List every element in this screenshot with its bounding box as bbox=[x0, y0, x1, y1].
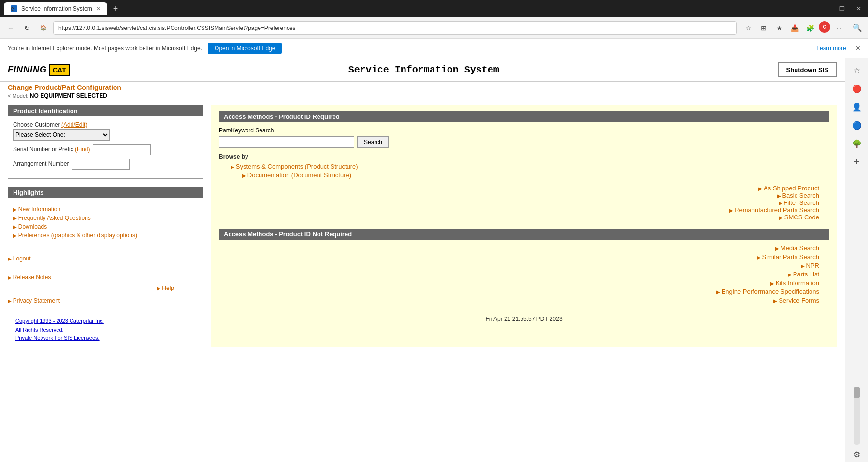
open-in-edge-btn[interactable]: Open in Microsoft Edge bbox=[208, 43, 282, 54]
logout-area: Logout bbox=[8, 253, 203, 266]
serial-input[interactable] bbox=[93, 144, 151, 155]
es-tree-icon[interactable]: 🌳 bbox=[849, 136, 865, 151]
browser-tab[interactable]: e Service Information System ✕ bbox=[4, 2, 107, 15]
restore-btn[interactable]: ❐ bbox=[837, 5, 848, 12]
home-btn[interactable]: 🏠 bbox=[37, 21, 50, 35]
product-id-section: Product Identification Choose Customer (… bbox=[8, 105, 203, 179]
breadcrumb-back: < Model: bbox=[8, 93, 29, 99]
learn-more-link[interactable]: Learn more bbox=[816, 45, 846, 52]
product-id-content: Choose Customer (Add/Edit) Please Select… bbox=[8, 116, 203, 178]
highlights-content: New Information Frequently Asked Questio… bbox=[8, 202, 203, 245]
basic-search-link[interactable]: Basic Search bbox=[777, 192, 819, 199]
bookmark-icon[interactable]: ★ bbox=[772, 21, 786, 35]
edge-bar-close-btn[interactable]: × bbox=[856, 44, 860, 53]
add-edit-link[interactable]: (Add/Edit) bbox=[61, 121, 87, 128]
es-favorites-icon[interactable]: ☆ bbox=[849, 62, 865, 78]
search-btn[interactable]: Search bbox=[357, 136, 389, 148]
breadcrumb-bar: Change Product/Part Configuration < Mode… bbox=[0, 82, 845, 100]
title-bar: e Service Information System ✕ + — ❐ ✕ bbox=[0, 0, 868, 17]
shutdown-btn[interactable]: Shutdown SIS bbox=[778, 62, 837, 77]
find-link[interactable]: (Find) bbox=[75, 146, 90, 153]
tab-title: Service Information System bbox=[21, 5, 92, 12]
similar-parts-link[interactable]: Similar Parts Search bbox=[219, 253, 819, 260]
help-row: Help bbox=[8, 285, 203, 293]
smcs-area: SMCS Code bbox=[219, 214, 829, 221]
es-apps-icon[interactable]: 🔵 bbox=[849, 117, 865, 133]
npr-link[interactable]: NPR bbox=[219, 262, 819, 269]
help-link[interactable]: Help bbox=[157, 285, 174, 291]
release-notes-link[interactable]: Release Notes bbox=[8, 274, 203, 281]
search-area: Part/Keyword Search Search bbox=[219, 127, 829, 148]
right-column: Access Methods - Product ID Required Par… bbox=[211, 105, 837, 347]
copyright-link[interactable]: Copyright 1993 - 2023 Caterpillar Inc. bbox=[15, 317, 195, 326]
browse-docs-link[interactable]: Documentation (Document Structure) bbox=[242, 172, 829, 179]
highlights-item-3[interactable]: Preferences (graphics & other display op… bbox=[13, 232, 198, 239]
choose-customer-label: Choose Customer (Add/Edit) bbox=[13, 121, 198, 128]
filter-search-link[interactable]: Filter Search bbox=[779, 199, 819, 206]
search-input[interactable] bbox=[219, 136, 354, 148]
search-label: Part/Keyword Search bbox=[219, 127, 829, 134]
as-shipped-link[interactable]: As Shipped Product bbox=[758, 185, 819, 192]
service-forms-link[interactable]: Service Forms bbox=[219, 297, 819, 304]
privacy-link[interactable]: Privacy Statement bbox=[8, 297, 203, 304]
access-not-required-header: Access Methods - Product ID Not Required bbox=[219, 229, 829, 240]
highlights-item-2[interactable]: Downloads bbox=[13, 223, 198, 230]
smcs-link[interactable]: SMCS Code bbox=[779, 214, 819, 221]
tab-close-btn[interactable]: ✕ bbox=[96, 6, 101, 12]
back-btn[interactable]: ← bbox=[4, 21, 17, 35]
arrangement-input[interactable] bbox=[72, 159, 130, 170]
access-required-header: Access Methods - Product ID Required bbox=[219, 111, 829, 122]
filter-search-area: Filter Search bbox=[219, 199, 829, 206]
remanu-area: Remanufactured Parts Search bbox=[219, 206, 829, 214]
customer-select[interactable]: Please Select One: bbox=[13, 129, 110, 141]
es-bottom-icons: ⚙ bbox=[849, 387, 865, 462]
highlights-item-0[interactable]: New Information bbox=[13, 206, 198, 213]
breadcrumb-title: Change Product/Part Configuration bbox=[8, 84, 837, 91]
divider-1 bbox=[8, 270, 201, 270]
edge-mode-text: You're in Internet Explorer mode. Most p… bbox=[8, 45, 202, 52]
collections-icon[interactable]: 📥 bbox=[788, 21, 801, 35]
browse-label: Browse by bbox=[219, 153, 829, 160]
es-add-icon[interactable]: + bbox=[849, 154, 865, 170]
arrangement-row: Arrangement Number bbox=[13, 159, 198, 170]
choose-customer-row: Choose Customer (Add/Edit) Please Select… bbox=[13, 121, 198, 141]
minimize-btn[interactable]: — bbox=[819, 5, 831, 12]
footer-timestamp: Fri Apr 21 21:55:57 PDT 2023 bbox=[219, 316, 829, 322]
profile-icon[interactable]: C bbox=[819, 21, 830, 33]
new-tab-btn[interactable]: + bbox=[113, 4, 118, 14]
media-search-link[interactable]: Media Search bbox=[219, 245, 819, 252]
search-row: Search bbox=[219, 136, 829, 148]
close-btn[interactable]: ✕ bbox=[854, 5, 864, 12]
arrangement-label: Arrangement Number bbox=[13, 160, 69, 167]
serial-label: Serial Number or Prefix (Find) bbox=[13, 146, 90, 153]
edge-sidebar: ☆ 🔴 👤 🔵 🌳 + ⚙ bbox=[845, 58, 868, 462]
privacy-area: Privacy Statement bbox=[8, 297, 203, 304]
es-alert-icon[interactable]: 🔴 bbox=[849, 81, 865, 96]
remanu-link[interactable]: Remanufactured Parts Search bbox=[729, 206, 819, 214]
tab-icon[interactable]: ⊞ bbox=[757, 21, 770, 35]
es-settings-icon[interactable]: ⚙ bbox=[849, 447, 865, 462]
engine-perf-link[interactable]: Engine Performance Specifications bbox=[219, 288, 819, 295]
highlights-section: Highlights New Information Frequently As… bbox=[8, 187, 203, 245]
main-content: FINNING CAT Service Information System S… bbox=[0, 58, 845, 462]
refresh-btn[interactable]: ↻ bbox=[20, 21, 34, 35]
page-body: Product Identification Choose Customer (… bbox=[0, 100, 845, 352]
address-input[interactable] bbox=[53, 21, 737, 35]
highlights-item-1[interactable]: Frequently Asked Questions bbox=[13, 215, 198, 221]
network-link[interactable]: Private Network For SIS Licensees. bbox=[15, 334, 195, 343]
more-btn[interactable]: ··· bbox=[832, 21, 846, 35]
scrollbar-thumb bbox=[854, 387, 860, 398]
extension-icon[interactable]: 🧩 bbox=[803, 21, 817, 35]
breadcrumb-model: < Model: NO EQUIPMENT SELECTED bbox=[8, 92, 837, 99]
rights-link[interactable]: All Rights Reserved. bbox=[15, 326, 195, 334]
sidebar-search-btn[interactable]: 🔍 bbox=[851, 21, 864, 35]
finning-logo: FINNING CAT bbox=[8, 64, 70, 76]
parts-list-link[interactable]: Parts List bbox=[219, 271, 819, 278]
left-column: Product Identification Choose Customer (… bbox=[8, 105, 211, 347]
browse-systems-link[interactable]: Systems & Components (Product Structure) bbox=[231, 163, 829, 170]
scrollbar-track[interactable] bbox=[854, 387, 860, 445]
star-icon[interactable]: ☆ bbox=[741, 21, 755, 35]
es-user-icon[interactable]: 👤 bbox=[849, 99, 865, 115]
kits-info-link[interactable]: Kits Information bbox=[219, 279, 819, 287]
logout-link[interactable]: Logout bbox=[8, 255, 30, 262]
